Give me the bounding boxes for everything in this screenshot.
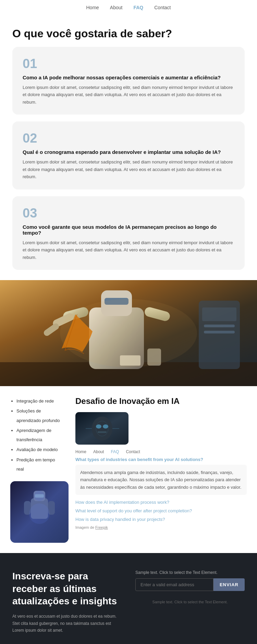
mini-nav-contact[interactable]: Contact [126, 449, 140, 454]
mini-nav: Home About FAQ Contact [75, 449, 247, 454]
inline-faq-open-question[interactable]: What types of industries can benefit fro… [75, 457, 247, 462]
newsletter-body: At vero eos et accusam et justo duo dolo… [12, 613, 122, 634]
innovation-right-panel: Desafio de Inovação em IA [69, 386, 257, 553]
svg-point-22 [29, 503, 50, 524]
svg-point-25 [92, 417, 112, 441]
robot-hero-image [0, 280, 257, 386]
faq-card-3[interactable]: 03 Como você garante que seus modelos de… [12, 196, 245, 270]
nav-about[interactable]: About [110, 5, 123, 10]
faq-answer-1: Lorem ipsum dolor sit amet, consetetur s… [23, 84, 234, 106]
sample-text-top: Sample text. Click to select the Text El… [135, 570, 245, 575]
inline-faq-open-answer: Atendemos uma ampla gama de indústrias, … [75, 465, 247, 495]
newsletter-section: Inscreva-se para receber as últimas atua… [0, 553, 257, 644]
faq-card-2[interactable]: 02 Qual é o cronograma esperado para des… [12, 121, 245, 189]
nav-faq[interactable]: FAQ [133, 5, 143, 10]
ai-face-image [75, 412, 128, 445]
newsletter-title: Inscreva-se para receber as últimas atua… [12, 570, 122, 607]
faq-number-2: 02 [23, 131, 234, 146]
email-row: ENVIAR [135, 578, 245, 591]
bullet-item-4: Avaliação de modelo [16, 445, 62, 454]
faq-title-section: O que você gostaria de saber? [0, 15, 257, 47]
nav-home[interactable]: Home [86, 5, 99, 10]
freepik-link[interactable]: Freepik [95, 525, 108, 529]
faq-question-1: Como a IA pode melhorar nossas operações… [23, 75, 234, 80]
svg-point-15 [60, 299, 197, 367]
newsletter-left: Inscreva-se para receber as últimas atua… [12, 570, 122, 634]
mini-nav-about[interactable]: About [93, 449, 104, 454]
small-robot-image [10, 481, 69, 543]
svg-rect-28 [98, 431, 107, 433]
inline-faq-closed-2[interactable]: What level of support do you offer after… [75, 508, 247, 513]
faq-cards-section: 01 Como a IA pode melhorar nossas operaç… [0, 47, 257, 280]
robot-hero-svg [0, 280, 257, 386]
faq-answer-3: Lorem ipsum dolor sit amet, consetetur s… [23, 239, 234, 261]
feature-bullet-list: Integração de rede Soluções de aprendiza… [10, 396, 62, 474]
innovation-left-panel: Integração de rede Soluções de aprendiza… [0, 386, 69, 553]
bullet-item-5: Predição em tempo real [16, 455, 62, 474]
faq-card-1[interactable]: 01 Como a IA pode melhorar nossas operaç… [12, 47, 245, 115]
inline-faq-closed-3[interactable]: How is data privacy handled in your proj… [75, 517, 247, 522]
main-nav: Home About FAQ Contact [0, 0, 257, 15]
faq-answer-2: Lorem ipsum dolor sit amet, consetetur s… [23, 158, 234, 180]
newsletter-right: Sample text. Click to select the Text El… [135, 570, 245, 604]
sample-text-bottom: Sample text. Click to select the Text El… [135, 597, 245, 604]
enviar-button[interactable]: ENVIAR [213, 578, 245, 591]
bullet-item-2: Soluções de aprendizado profundo [16, 406, 62, 425]
svg-rect-13 [204, 325, 235, 327]
nav-contact[interactable]: Contact [154, 5, 171, 10]
mini-nav-faq[interactable]: FAQ [111, 449, 119, 454]
mini-nav-home[interactable]: Home [75, 449, 86, 454]
svg-rect-12 [202, 307, 236, 321]
bullet-item-3: Aprendizagem de transferência [16, 426, 62, 445]
faq-main-title: O que você gostaria de saber? [12, 27, 245, 40]
bullet-item-1: Integração de rede [16, 396, 62, 406]
innovation-section: Integração de rede Soluções de aprendiza… [0, 386, 257, 553]
innovation-title: Desafio de Inovação em IA [75, 396, 247, 406]
faq-number-3: 03 [23, 206, 234, 221]
faq-number-1: 01 [23, 56, 234, 71]
faq-question-3: Como você garante que seus modelos de IA… [23, 224, 234, 236]
svg-rect-14 [204, 331, 235, 333]
email-input[interactable] [135, 578, 213, 591]
inline-faq-closed-1[interactable]: How does the AI implementation process w… [75, 500, 247, 505]
faq-question-2: Qual é o cronograma esperado para desenv… [23, 149, 234, 155]
svg-point-23 [34, 491, 45, 501]
image-credit: Imagem de Freepik [75, 525, 247, 529]
